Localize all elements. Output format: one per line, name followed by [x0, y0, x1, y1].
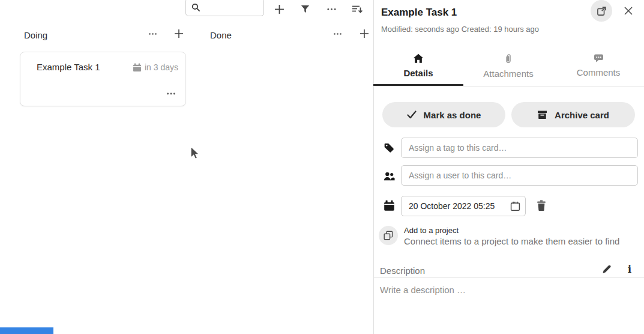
date-picker-button[interactable]	[505, 196, 525, 216]
tag-field[interactable]	[401, 138, 638, 158]
button-label: Archive card	[555, 110, 609, 120]
home-icon	[413, 53, 424, 64]
progress-indicator-bar	[0, 327, 53, 334]
mark-as-done-button[interactable]: Mark as done	[382, 102, 505, 127]
edit-description-button[interactable]	[600, 263, 614, 276]
column-done-add-button[interactable]	[357, 26, 372, 41]
close-panel-button[interactable]	[622, 4, 635, 17]
comment-icon	[594, 53, 604, 63]
search-input[interactable]	[202, 3, 260, 12]
panel-meta: Modified: seconds ago Created: 19 hours …	[381, 25, 539, 34]
mouse-cursor	[190, 146, 202, 161]
column-doing-add-button[interactable]	[171, 26, 187, 41]
project-row-subtitle: Connect items to a project to make them …	[404, 236, 619, 246]
tab-comments[interactable]: Comments	[553, 50, 643, 84]
tab-label: Details	[403, 68, 433, 78]
card-more-button[interactable]	[166, 89, 176, 99]
panel-title: Example Task 1	[381, 7, 457, 19]
users-icon	[383, 170, 395, 182]
add-to-project-button[interactable]	[379, 226, 398, 245]
pencil-icon	[602, 264, 612, 274]
column-doing-more-button[interactable]	[145, 26, 160, 41]
plus-icon	[274, 4, 284, 14]
tag-icon	[383, 142, 395, 154]
tab-baseline	[374, 86, 644, 87]
sort-icon	[352, 4, 363, 14]
archive-card-button[interactable]: Archive card	[511, 102, 635, 127]
user-input[interactable]	[402, 171, 637, 180]
check-icon	[407, 111, 417, 119]
filter-button[interactable]	[296, 1, 313, 17]
more-options-icon	[333, 29, 342, 38]
board-more-options-button[interactable]	[323, 1, 340, 17]
add-card-button[interactable]	[271, 1, 287, 17]
tab-details[interactable]: Details	[373, 50, 463, 84]
remove-due-date-button[interactable]	[533, 197, 550, 214]
description-label: Description	[380, 266, 425, 276]
button-label: Mark as done	[424, 110, 481, 120]
sort-button[interactable]	[349, 1, 366, 17]
calendar-icon	[133, 63, 142, 72]
description-placeholder[interactable]: Write a description …	[380, 285, 466, 295]
projects-icon	[384, 231, 393, 240]
search-field[interactable]	[185, 0, 264, 16]
due-date-field[interactable]	[401, 196, 526, 216]
tab-label: Comments	[577, 67, 621, 77]
due-date-badge: in 3 days	[133, 62, 178, 72]
project-row-title: Add to a project	[404, 226, 459, 235]
trash-icon	[537, 200, 546, 211]
paperclip-icon	[505, 53, 512, 64]
tab-label: Attachments	[483, 68, 533, 79]
plus-icon	[360, 29, 369, 38]
column-header-done: Done	[210, 28, 232, 42]
more-options-icon	[148, 29, 157, 38]
column-done-more-button[interactable]	[330, 26, 345, 41]
due-date-input[interactable]	[402, 201, 505, 211]
info-icon: i	[628, 264, 631, 275]
app-window: Doing Done Example Task 1 in 3 days Exam…	[0, 0, 644, 334]
close-icon	[624, 6, 633, 16]
tag-input[interactable]	[402, 143, 637, 153]
calendar-icon	[383, 199, 395, 211]
more-options-icon	[327, 4, 337, 14]
due-date-text: in 3 days	[145, 62, 178, 72]
column-header-doing: Doing	[24, 28, 47, 42]
archive-icon	[537, 110, 547, 120]
open-in-new-window-button[interactable]	[591, 0, 612, 22]
description-info-button[interactable]: i	[622, 263, 637, 276]
search-icon	[190, 1, 202, 13]
external-link-icon	[597, 6, 607, 16]
calendar-outline-icon	[510, 201, 520, 211]
tab-attachments[interactable]: Attachments	[463, 50, 553, 84]
more-options-icon	[166, 89, 176, 99]
description-divider	[374, 278, 644, 278]
plus-icon	[174, 29, 184, 38]
column-title: Done	[210, 30, 232, 40]
filter-icon	[301, 5, 310, 14]
user-field[interactable]	[401, 165, 638, 186]
task-card[interactable]: Example Task 1 in 3 days	[20, 52, 186, 106]
column-title: Doing	[24, 30, 47, 40]
card-title: Example Task 1	[37, 62, 100, 72]
